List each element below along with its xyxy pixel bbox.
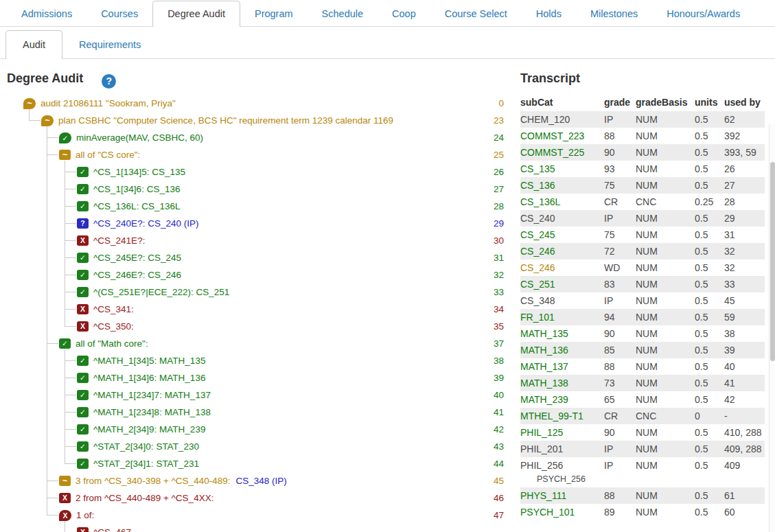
tab-holds[interactable]: Holds xyxy=(522,1,576,26)
audit-tree-node[interactable]: X2 from ^CS_440-489 + ^CS_4XX:46 xyxy=(7,489,513,507)
cell-grade: IP xyxy=(604,441,636,457)
cell-gradeBasis: NUM xyxy=(636,161,695,177)
primary-tabs: AdmissionsCoursesDegree AuditProgramSche… xyxy=(0,0,775,27)
audit-tree-node[interactable]: X1 of:47 xyxy=(7,507,513,524)
fail-x-icon: X xyxy=(77,527,89,532)
cell-gradeBasis: NUM xyxy=(636,276,695,292)
transcript-row: CS_25183NUM0.533 xyxy=(520,276,765,292)
audit-tree-node[interactable]: ✓^(CS_251E?|ECE_222): CS_25133 xyxy=(7,284,513,301)
tab-honours-awards[interactable]: Honours/Awards xyxy=(652,1,754,26)
cell-units: 0.5 xyxy=(695,210,724,227)
vertical-scrollbar-thumb[interactable] xyxy=(770,162,775,361)
vertical-scrollbar-track[interactable] xyxy=(769,124,775,532)
audit-tree-node[interactable]: ✓^CS_1[34]6: CS_13627 xyxy=(7,181,513,198)
cross-listed-course-label: PSYCH_256 xyxy=(520,472,603,486)
audit-tree-node[interactable]: ✓^STAT_2[34]1: STAT_23144 xyxy=(7,455,513,472)
fail-x-icon: X xyxy=(59,493,71,503)
tree-node-course-match: CS_348 (IP) xyxy=(235,476,286,486)
tree-connector-line xyxy=(29,120,41,121)
tree-node-label: ^CS_350: xyxy=(93,321,134,332)
check-icon: ✓ xyxy=(77,287,89,297)
cell-units: 0.5 xyxy=(695,259,724,276)
tab-requirements[interactable]: Requirements xyxy=(62,31,157,58)
audit-tree-node[interactable]: ~all of "CS core":25 xyxy=(7,146,513,163)
cell-grade: 75 xyxy=(604,227,636,243)
transcript-row: COMMST_22388NUM0.5392 xyxy=(520,128,765,144)
audit-tree: ~audit 21086111 "Sookram, Priya"0~plan C… xyxy=(7,95,513,532)
unknown-question-icon: ? xyxy=(77,218,89,229)
cell-units: 0.5 xyxy=(695,243,724,259)
audit-tree-node[interactable]: ✓^CS_136L: CS_136L28 xyxy=(7,198,513,215)
cell-grade: 90 xyxy=(604,325,636,342)
audit-tree-node[interactable]: X^CS_341:34 xyxy=(7,301,513,318)
cell-subCat: CHEM_120 xyxy=(520,111,604,128)
audit-tree-node[interactable]: ✓all of "Math core":37 xyxy=(7,335,513,352)
cell-units: 0.5 xyxy=(695,391,724,408)
in-progress-tilde-icon: ~ xyxy=(59,476,71,486)
transcript-row: CHEM_120IPNUM0.562 xyxy=(520,111,765,128)
tree-node-line-number: 32 xyxy=(494,266,504,284)
audit-tree-node[interactable]: ?^CS_240E?: CS_240 (IP)29 xyxy=(7,215,513,232)
audit-tree-node[interactable]: X^CS_350:35 xyxy=(7,318,513,335)
tab-admissions[interactable]: Admissions xyxy=(7,1,86,26)
audit-tree-node[interactable]: ✓^MATH_1[34]5: MATH_13538 xyxy=(7,352,513,369)
tree-connector-line xyxy=(65,429,76,430)
tree-node-label: ^CS_1[34]6: CS_136 xyxy=(93,184,180,194)
tab-courses[interactable]: Courses xyxy=(86,1,152,26)
audit-tree-node[interactable]: ~3 from ^CS_340-398 + ^CS_440-489:CS_348… xyxy=(7,472,513,489)
check-icon: ✓ xyxy=(77,459,89,469)
tab-audit[interactable]: Audit xyxy=(5,30,62,59)
tab-schedule[interactable]: Schedule xyxy=(308,1,378,26)
tab-degree-audit[interactable]: Degree Audit xyxy=(152,1,240,27)
audit-tree-node[interactable]: ✓^MATH_1[234]7: MATH_13740 xyxy=(7,386,513,404)
cell-subCat: CS_251 xyxy=(520,276,604,292)
main-content: Degree Audit? ~audit 21086111 "Sookram, … xyxy=(0,59,775,532)
audit-tree-node[interactable]: ~plan CSBHC "Computer Science, BCS HC" r… xyxy=(7,112,513,129)
audit-tree-node[interactable]: ~audit 21086111 "Sookram, Priya"0 xyxy=(7,95,513,112)
secondary-tabs: AuditRequirements xyxy=(0,27,775,59)
tab-course-select[interactable]: Course Select xyxy=(430,1,522,26)
audit-tree-node[interactable]: ✓^MATH_1[34]6: MATH_13639 xyxy=(7,369,513,386)
audit-tree-node[interactable]: ✓^STAT_2[34]0: STAT_23043 xyxy=(7,438,513,455)
tree-node-line-number: 26 xyxy=(494,163,504,181)
audit-tree-node[interactable]: ✓^MATH_2[34]9: MATH_23942 xyxy=(7,421,513,438)
cell-grade: IP xyxy=(604,292,636,309)
tab-coop[interactable]: Coop xyxy=(378,1,430,26)
tree-node-line-number: 39 xyxy=(494,369,504,386)
tab-program[interactable]: Program xyxy=(240,1,308,26)
audit-tree-node[interactable]: X^CS_467 xyxy=(7,524,513,532)
cell-grade: 73 xyxy=(604,375,636,391)
cell-units: 0.25 xyxy=(695,194,724,210)
tree-node-label: plan CSBHC "Computer Science, BCS HC" re… xyxy=(58,115,393,126)
cell-units: 0.5 xyxy=(695,309,724,325)
tree-node-label: 1 of: xyxy=(76,510,94,520)
cell-subCat: CS_135 xyxy=(520,161,604,177)
tree-node-line-number: 47 xyxy=(494,507,504,524)
tree-connector-line xyxy=(65,257,76,258)
cell-grade: 85 xyxy=(604,342,636,358)
transcript-row: CS_24575NUM0.531 xyxy=(520,227,765,243)
audit-tree-node[interactable]: ✓minAverage(MAV, CSBHC, 60)24 xyxy=(7,129,513,146)
cell-gradeBasis: NUM xyxy=(636,177,695,194)
cell-used-by: 28 xyxy=(724,194,765,210)
audit-tree-node[interactable]: ✓^CS_245E?: CS_24531 xyxy=(7,249,513,266)
cell-gradeBasis: NUM xyxy=(636,111,695,128)
cell-used-by: 39 xyxy=(724,342,765,358)
help-question-mark-icon[interactable]: ? xyxy=(102,74,116,89)
audit-tree-node[interactable]: ✓^CS_246E?: CS_24632 xyxy=(7,266,513,284)
cell-gradeBasis: NUM xyxy=(636,325,695,342)
cell-gradeBasis: NUM xyxy=(636,128,695,144)
cell-gradeBasis: NUM xyxy=(636,144,695,161)
cell-used-by: 45 xyxy=(724,292,765,309)
cell-subCat: CS_136L xyxy=(520,194,604,210)
audit-tree-node[interactable]: ✓^MATH_1[234]8: MATH_13841 xyxy=(7,404,513,421)
in-progress-tilde-icon: ~ xyxy=(59,150,71,160)
audit-tree-node[interactable]: X^CS_241E?:30 xyxy=(7,232,513,249)
audit-tree-node[interactable]: ✓^CS_1[134]5: CS_13526 xyxy=(7,163,513,181)
transcript-body: CHEM_120IPNUM0.562COMMST_22388NUM0.5392C… xyxy=(520,111,765,520)
tab-milestones[interactable]: Milestones xyxy=(576,1,652,26)
cell-grade: IP xyxy=(604,457,636,487)
tree-node-label: ^MATH_1[34]5: MATH_135 xyxy=(93,356,205,366)
cell-subCat: CS_245 xyxy=(520,227,604,243)
in-progress-tilde-icon: ~ xyxy=(23,98,36,109)
